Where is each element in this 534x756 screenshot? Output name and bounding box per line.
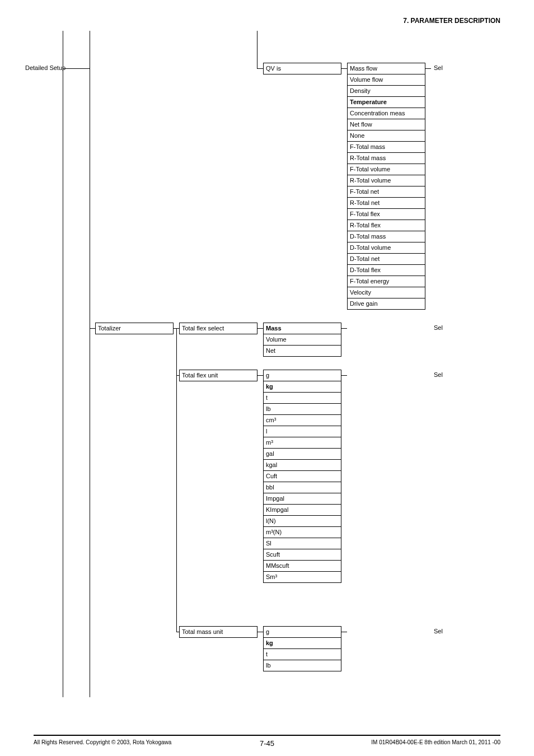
option-box: KImpgal (263, 505, 341, 516)
option-box: lb (263, 660, 341, 671)
option-box: g (263, 370, 341, 381)
tree-line (63, 68, 90, 69)
qv-is-box: QV is (263, 63, 341, 74)
option-box: R-Total flex (347, 220, 425, 231)
option-box: lb (263, 404, 341, 415)
option-box: D-Total net (347, 254, 425, 265)
root-label: Detailed Setup (25, 64, 65, 71)
option-box: R-Total volume (347, 175, 425, 186)
option-box: Velocity (347, 287, 425, 298)
mass-unit-options: gkgtlb (263, 626, 341, 671)
tree-line (257, 375, 263, 376)
tree-line (90, 31, 90, 697)
param-box: Total flex select (179, 323, 257, 334)
page-footer: All Rights Reserved. Copyright © 2003, R… (34, 735, 500, 739)
param-box: Total flex unit (179, 370, 257, 381)
option-box: kg (263, 381, 341, 393)
footer-doc-id: IM 01R04B04-00E-E 8th edition March 01, … (371, 739, 500, 745)
option-box: kgal (263, 460, 341, 471)
option-box: Cuft (263, 471, 341, 482)
option-box: Impgal (263, 493, 341, 505)
param-box: Total mass unit (179, 626, 257, 638)
param-box: QV is (263, 63, 341, 74)
tree-line (176, 328, 177, 632)
tree-line (341, 328, 347, 329)
flex-select-options: MassVolumeNet (263, 323, 341, 357)
option-box: l(N) (263, 516, 341, 527)
option-box: MMscuft (263, 561, 341, 572)
option-box: gal (263, 449, 341, 460)
sel-label: Sel (434, 324, 443, 331)
total-flex-select-box: Total flex select (179, 323, 257, 334)
tree-line (257, 31, 257, 68)
option-box: m³(N) (263, 527, 341, 538)
tree-line (425, 68, 431, 69)
option-box: Mass (263, 323, 341, 334)
option-box: Sm³ (263, 572, 341, 583)
option-box: D-Total flex (347, 265, 425, 276)
option-box: F-Total flex (347, 209, 425, 220)
option-box: R-Total net (347, 198, 425, 209)
option-box: D-Total volume (347, 242, 425, 254)
option-box: Volume (263, 334, 341, 346)
option-box: cm³ (263, 415, 341, 426)
option-box: Mass flow (347, 63, 425, 74)
option-box: None (347, 130, 425, 142)
sel-label: Sel (434, 64, 443, 71)
tree-line (63, 31, 63, 697)
qv-is-options: Mass flowVolume flowDensityTemperatureCo… (347, 63, 425, 310)
option-box: F-Total energy (347, 276, 425, 287)
option-box: kg (263, 638, 341, 649)
option-box: R-Total mass (347, 153, 425, 164)
flex-unit-options: gkgtlbcm³lm³galkgalCuftbblImpgalKImpgall… (263, 370, 341, 583)
tree-line (341, 375, 347, 376)
option-box: l (263, 426, 341, 437)
option-box: m³ (263, 437, 341, 449)
option-box: F-Total net (347, 186, 425, 198)
option-box: F-Total volume (347, 164, 425, 175)
sel-label: Sel (434, 371, 443, 378)
tree-line (90, 328, 95, 329)
option-box: Concentration meas (347, 108, 425, 119)
option-box: Drive gain (347, 298, 425, 310)
option-box: Net flow (347, 119, 425, 130)
totalizer-box: Totalizer (95, 323, 174, 334)
section-header: 7. PARAMETER DESCRIPTION (403, 17, 500, 25)
tree-line (341, 68, 347, 69)
option-box: Sl (263, 538, 341, 549)
sel-label: Sel (434, 628, 443, 634)
option-box: t (263, 393, 341, 404)
option-box: bbl (263, 482, 341, 493)
option-box: Volume flow (347, 74, 425, 86)
tree-line (257, 68, 263, 69)
option-box: D-Total mass (347, 231, 425, 242)
tree-line (257, 632, 263, 632)
option-box: Temperature (347, 97, 425, 108)
option-box: F-Total mass (347, 142, 425, 153)
option-box: t (263, 649, 341, 660)
param-box: Totalizer (95, 323, 174, 334)
total-mass-unit-box: Total mass unit (179, 626, 257, 638)
option-box: g (263, 626, 341, 638)
tree-line (257, 328, 263, 329)
option-box: Density (347, 86, 425, 97)
total-flex-unit-box: Total flex unit (179, 370, 257, 381)
option-box: Scuft (263, 549, 341, 561)
tree-line (341, 632, 347, 632)
option-box: Net (263, 346, 341, 357)
